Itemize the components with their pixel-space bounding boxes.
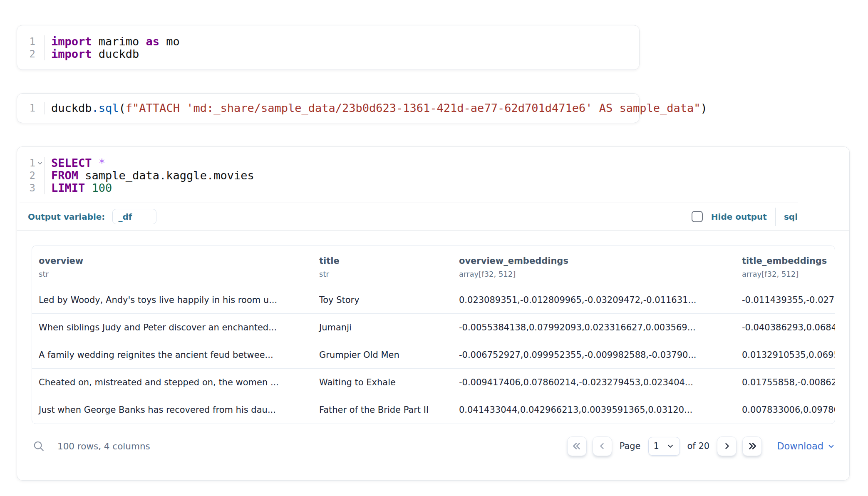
table-cell: -0.006752927,0.099952355,-0.009982588,-0… [452, 341, 735, 369]
table-cell: A family wedding reignites the ancient f… [32, 341, 312, 369]
chevrons-left-icon [571, 441, 582, 451]
sql-cell-toolbar: Output variable: Hide output sql [17, 203, 849, 231]
code-editor[interactable]: 12import marimo as moimport duckdb [17, 25, 639, 69]
dataframe-table: overviewstrtitlestroverview_embeddingsar… [32, 246, 835, 424]
table-cell: Waiting to Exhale [312, 369, 452, 396]
table-cell: 0.041433044,0.042966213,0.0039591365,0.0… [452, 396, 735, 424]
line-number: 1 [23, 36, 35, 47]
code-line[interactable]: LIMIT 100 [51, 182, 849, 194]
hide-output-checkbox[interactable] [692, 211, 703, 222]
fold-slot [35, 171, 45, 180]
notebook: 12import marimo as moimport duckdb 1duck… [0, 0, 868, 481]
column-dtype: array[f32, 512] [459, 270, 732, 278]
table-cell: -0.009417406,0.07860214,-0.023279453,0.0… [452, 369, 735, 396]
column-header-overview[interactable]: overviewstr [32, 246, 312, 286]
row-count-summary: 100 rows, 4 columns [57, 441, 150, 451]
line-number: 3 [23, 182, 35, 194]
column-dtype: array[f32, 512] [742, 270, 831, 278]
line-number: 1 [23, 102, 35, 114]
column-name: title [319, 256, 449, 266]
table-cell: 0.0132910535,0.06958 [735, 341, 835, 369]
table-cell: Toy Story [312, 286, 452, 314]
chevron-down-icon [666, 442, 675, 450]
table-cell: -0.040386293,0.068451 [735, 314, 835, 341]
table-cell: -0.0055384138,0.07992093,0.023316627,0.0… [452, 314, 735, 341]
previous-page-button[interactable] [593, 436, 612, 456]
chevron-down-icon [827, 442, 835, 450]
first-page-button[interactable] [567, 436, 587, 456]
table-footer: 100 rows, 4 columns [32, 436, 835, 480]
table-cell: When siblings Judy and Peter discover an… [32, 314, 312, 341]
column-dtype: str [39, 270, 309, 278]
table-cell: 0.007833006,0.097801 [735, 396, 835, 424]
table-row[interactable]: A family wedding reignites the ancient f… [32, 341, 835, 369]
last-page-button[interactable] [742, 436, 762, 456]
table-row[interactable]: When siblings Judy and Peter discover an… [32, 314, 835, 341]
output-variable-label: Output variable: [28, 212, 105, 222]
line-number: 2 [23, 48, 35, 60]
page-select[interactable]: 1 [648, 437, 680, 456]
search-button[interactable] [32, 439, 46, 453]
table-cell: 0.023089351,-0.012809965,-0.03209472,-0.… [452, 286, 735, 314]
column-name: overview_embeddings [459, 256, 732, 266]
chevrons-right-icon [747, 441, 758, 451]
table-row[interactable]: Led by Woody, Andy's toys live happily i… [32, 286, 835, 314]
cell-output: overviewstrtitlestroverview_embeddingsar… [17, 246, 849, 480]
language-badge[interactable]: sql [784, 212, 798, 222]
download-label: Download [777, 441, 823, 451]
chevron-right-icon [722, 441, 732, 451]
table-cell: Grumpier Old Men [312, 341, 452, 369]
column-header-title_embeddings[interactable]: title_embeddingsarray[f32, 512] [735, 246, 835, 286]
page-select-value: 1 [654, 441, 659, 451]
divider [775, 208, 776, 226]
table-row[interactable]: Cheated on, mistreated and stepped on, t… [32, 369, 835, 396]
hide-output-label[interactable]: Hide output [711, 212, 767, 222]
code-line[interactable]: import marimo as mo [51, 35, 639, 48]
code-cell-sql: 123SELECT *FROM sample_data.kaggle.movie… [17, 146, 850, 481]
column-name: title_embeddings [742, 256, 831, 266]
code-cell-attach: 1duckdb.sql(f"ATTACH 'md:_share/sample_d… [17, 93, 640, 123]
code-editor[interactable]: 123SELECT *FROM sample_data.kaggle.movie… [17, 147, 849, 203]
column-name: overview [39, 256, 309, 266]
table-cell: Just when George Banks has recovered fro… [32, 396, 312, 424]
code-line[interactable]: duckdb.sql(f"ATTACH 'md:_share/sample_da… [51, 102, 707, 114]
code-editor[interactable]: 1duckdb.sql(f"ATTACH 'md:_share/sample_d… [17, 94, 639, 123]
table-cell: Cheated on, mistreated and stepped on, t… [32, 369, 312, 396]
table-cell: Led by Woody, Andy's toys live happily i… [32, 286, 312, 314]
table-cell: -0.011439355,-0.02752 [735, 286, 835, 314]
page-count-label: of 20 [687, 441, 710, 451]
download-button[interactable]: Download [777, 441, 835, 451]
code-line[interactable]: SELECT * [51, 157, 849, 169]
table-cell: Father of the Bride Part II [312, 396, 452, 424]
table-row[interactable]: Just when George Banks has recovered fro… [32, 396, 835, 424]
line-number: 2 [23, 170, 35, 181]
code-line[interactable]: FROM sample_data.kaggle.movies [51, 169, 849, 182]
line-number: 1 [23, 157, 35, 169]
column-dtype: str [319, 270, 449, 278]
table-cell: 0.01755858,-0.0086286 [735, 369, 835, 396]
fold-slot [35, 37, 45, 46]
table-cell: Jumanji [312, 314, 452, 341]
chevron-left-icon [597, 441, 607, 451]
code-line[interactable]: import duckdb [51, 48, 639, 60]
output-variable-input[interactable] [112, 209, 156, 224]
search-icon [32, 440, 45, 452]
fold-slot [35, 104, 45, 113]
column-header-title[interactable]: titlestr [312, 246, 452, 286]
column-header-overview_embeddings[interactable]: overview_embeddingsarray[f32, 512] [452, 246, 735, 286]
page-label: Page [620, 441, 641, 451]
fold-slot [35, 184, 45, 193]
next-page-button[interactable] [717, 436, 737, 456]
fold-slot [35, 50, 45, 59]
fold-chevron-icon[interactable] [35, 159, 45, 168]
code-cell-imports: 12import marimo as moimport duckdb [17, 25, 640, 70]
